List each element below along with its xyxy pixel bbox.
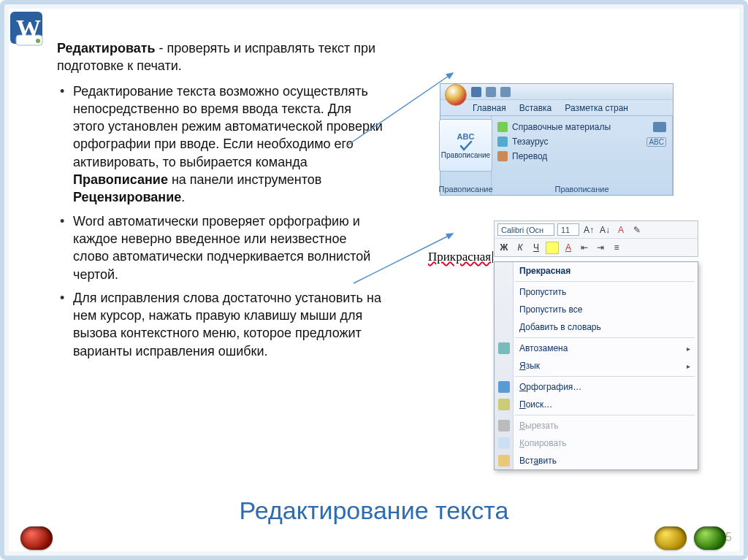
decrease-indent-icon[interactable]: ⇤ xyxy=(578,242,591,254)
underline-button[interactable]: Ч xyxy=(530,242,543,254)
research-button[interactable]: Справочные материалы xyxy=(497,122,666,132)
ctx-copy[interactable]: Копировать xyxy=(495,434,698,452)
redo-icon[interactable] xyxy=(500,87,511,97)
research-icon xyxy=(497,122,508,132)
lead-bold: Редактировать xyxy=(57,41,156,55)
tab-layout[interactable]: Разметка стран xyxy=(565,103,628,113)
ribbon-screenshot: Главная Вставка Разметка стран ABC Право… xyxy=(440,83,673,196)
ribbon-group-research: Справочные материалы ТезаурусABC Перевод… xyxy=(492,116,673,195)
bullet-3: Для исправления слова достаточно установ… xyxy=(57,289,386,360)
search-icon xyxy=(498,399,510,410)
mini-toolbar: A↑ A↓ A ✎ Ж К Ч A ⇤ ⇥ ≡ xyxy=(494,220,698,257)
ctx-paste[interactable]: Вставить xyxy=(495,452,698,469)
thesaurus-icon xyxy=(497,137,508,147)
submenu-arrow-icon: ▸ xyxy=(687,345,690,353)
ctx-skip[interactable]: Пропустить xyxy=(495,283,698,301)
slide-body: Редактировать - проверять и исправлять т… xyxy=(57,39,386,366)
spelling-button-label: Правописание xyxy=(441,151,490,159)
ctx-autocorrect[interactable]: Автозамена▸ xyxy=(495,340,698,357)
ctx-add-dictionary[interactable]: Добавить в словарь xyxy=(495,318,698,336)
ribbon-group-label: Правописание xyxy=(438,185,492,193)
spelling-button[interactable]: ABC Правописание xyxy=(439,119,492,172)
grow-font-icon[interactable]: A↑ xyxy=(582,223,595,236)
ctx-lookup[interactable]: Поиск… xyxy=(495,396,698,413)
nav-yellow-button[interactable] xyxy=(654,526,687,550)
format-painter-icon[interactable]: ✎ xyxy=(630,223,644,236)
research-extra-icon xyxy=(653,122,666,132)
context-screenshot: Прикрасная A↑ A↓ A ✎ Ж К Ч A ⇤ ⇥ ≡ Прекр… xyxy=(421,220,706,483)
nav-green-button[interactable] xyxy=(694,526,726,550)
font-size-input[interactable] xyxy=(557,223,579,236)
misspelled-word: Прикрасная xyxy=(428,250,495,264)
abc-small-icon: ABC xyxy=(646,137,666,147)
paste-icon xyxy=(498,455,510,467)
increase-indent-icon[interactable]: ⇥ xyxy=(594,242,607,254)
highlight-icon[interactable] xyxy=(546,242,559,254)
ctx-spelling[interactable]: Орфография… xyxy=(495,378,698,396)
save-icon[interactable] xyxy=(471,87,481,97)
cut-icon xyxy=(498,420,510,431)
bold-button[interactable]: Ж xyxy=(497,242,511,254)
submenu-arrow-icon: ▸ xyxy=(687,362,690,370)
ctx-language[interactable]: Язык▸ xyxy=(495,357,698,375)
ribbon-group-label-2: Правописание xyxy=(497,185,666,193)
ctx-cut[interactable]: Вырезать xyxy=(495,417,698,434)
shrink-font-icon[interactable]: A↓ xyxy=(598,223,611,236)
word-logo-icon: W xyxy=(9,9,53,51)
office-button[interactable] xyxy=(445,84,467,106)
tab-insert[interactable]: Вставка xyxy=(519,103,552,113)
slide-title: Редактирование текста xyxy=(0,496,748,525)
svg-line-4 xyxy=(346,73,453,146)
copy-icon xyxy=(498,437,510,449)
undo-icon[interactable] xyxy=(486,87,496,97)
nav-red-button[interactable] xyxy=(20,526,53,550)
font-color-icon[interactable]: A xyxy=(614,223,627,236)
bullets-icon[interactable]: ≡ xyxy=(610,242,623,254)
bullet-1: Редактирование текста возможно осуществл… xyxy=(57,83,386,207)
ribbon-tabs: Главная Вставка Разметка стран xyxy=(440,100,673,116)
svg-text:W: W xyxy=(16,15,41,42)
bullet-2: Word автоматически проверяет орфографию … xyxy=(57,212,386,283)
italic-button[interactable]: К xyxy=(514,242,527,254)
font-name-input[interactable] xyxy=(497,223,554,236)
context-menu: Прекрасная Пропустить Пропустить все Доб… xyxy=(494,261,698,470)
ctx-skip-all[interactable]: Пропустить все xyxy=(495,301,698,318)
tab-home[interactable]: Главная xyxy=(473,103,506,113)
ctx-suggestion[interactable]: Прекрасная xyxy=(495,262,698,280)
text-color-icon[interactable]: A xyxy=(562,242,575,254)
lead-paragraph: Редактировать - проверять и исправлять т… xyxy=(57,39,386,75)
ribbon-qat xyxy=(440,84,673,100)
abc-check-icon: ABC xyxy=(457,132,475,141)
translate-button[interactable]: Перевод xyxy=(497,151,666,161)
translate-icon xyxy=(497,151,508,161)
autocorrect-icon xyxy=(498,342,510,354)
thesaurus-button[interactable]: ТезаурусABC xyxy=(497,137,666,147)
svg-point-3 xyxy=(36,39,40,43)
spelling-icon xyxy=(498,381,510,393)
ribbon-group-spelling: ABC Правописание Правописание xyxy=(440,116,492,195)
